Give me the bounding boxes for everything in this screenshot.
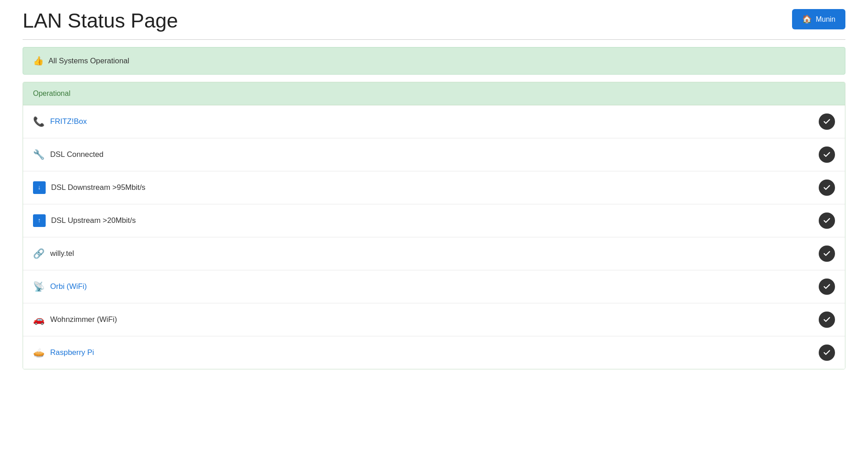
service-name-wohnzimmer-wifi: Wohnzimmer (WiFi) [50, 315, 117, 324]
service-row: 📞FRITZ!Box [23, 105, 845, 138]
service-link-fritzbox[interactable]: FRITZ!Box [50, 117, 87, 126]
service-row: ↓DSL Downstream >95Mbit/s [23, 171, 845, 204]
service-left: ↓DSL Downstream >95Mbit/s [33, 181, 146, 194]
check-badge-raspberry-pi [819, 345, 835, 361]
service-row: ↑DSL Upstream >20Mbit/s [23, 204, 845, 237]
service-row: 🥧Raspberry Pi [23, 336, 845, 369]
service-left: 🔗willy.tel [33, 249, 74, 259]
status-banner-text: All Systems Operational [48, 57, 129, 66]
service-name-dsl-connected: DSL Connected [50, 150, 104, 159]
check-badge-dsl-downstream [819, 179, 835, 196]
dsl-down-icon: ↓ [33, 181, 46, 194]
thumbsup-icon: 👍 [33, 56, 44, 66]
munin-button-label: Munin [816, 15, 835, 24]
service-icon-orbi-wifi: 📡 [33, 282, 45, 292]
service-row: 📡Orbi (WiFi) [23, 270, 845, 303]
service-left: 📞FRITZ!Box [33, 117, 87, 127]
service-icon-dsl-downstream: ↓ [33, 181, 46, 194]
header-divider [23, 39, 845, 40]
page-header: LAN Status Page 🏠 Munin [23, 9, 845, 32]
service-link-orbi-wifi[interactable]: Orbi (WiFi) [50, 282, 87, 291]
status-banner: 👍 All Systems Operational [23, 47, 845, 75]
service-link-raspberry-pi[interactable]: Raspberry Pi [50, 348, 94, 357]
service-left: 📡Orbi (WiFi) [33, 282, 87, 292]
service-name-dsl-upstream: DSL Upstream >20Mbit/s [51, 216, 136, 225]
service-row: 🔗willy.tel [23, 237, 845, 270]
service-left: 🔧DSL Connected [33, 150, 104, 160]
section-header: Operational [23, 82, 845, 105]
service-icon-wohnzimmer-wifi: 🚗 [33, 315, 45, 325]
service-row: 🔧DSL Connected [23, 138, 845, 171]
service-icon-raspberry-pi: 🥧 [33, 348, 45, 358]
check-badge-fritzbox [819, 113, 835, 130]
service-icon-fritzbox: 📞 [33, 117, 45, 127]
service-name-dsl-downstream: DSL Downstream >95Mbit/s [51, 183, 146, 192]
service-name-willy-tel: willy.tel [50, 249, 74, 258]
check-badge-willy-tel [819, 246, 835, 262]
service-left: ↑DSL Upstream >20Mbit/s [33, 214, 136, 227]
check-badge-dsl-connected [819, 146, 835, 163]
page-title: LAN Status Page [23, 9, 178, 32]
section-header-label: Operational [33, 90, 71, 97]
service-icon-dsl-upstream: ↑ [33, 214, 46, 227]
dsl-up-icon: ↑ [33, 214, 46, 227]
check-badge-orbi-wifi [819, 279, 835, 295]
service-left: 🥧Raspberry Pi [33, 348, 94, 358]
check-badge-dsl-upstream [819, 212, 835, 229]
service-row: 🚗Wohnzimmer (WiFi) [23, 303, 845, 336]
operational-section: Operational 📞FRITZ!Box🔧DSL Connected↓DSL… [23, 82, 845, 369]
munin-button[interactable]: 🏠 Munin [792, 9, 845, 29]
service-icon-dsl-connected: 🔧 [33, 150, 45, 160]
service-left: 🚗Wohnzimmer (WiFi) [33, 315, 117, 325]
service-list: 📞FRITZ!Box🔧DSL Connected↓DSL Downstream … [23, 105, 845, 369]
service-icon-willy-tel: 🔗 [33, 249, 45, 259]
check-badge-wohnzimmer-wifi [819, 312, 835, 328]
home-icon: 🏠 [802, 14, 812, 24]
